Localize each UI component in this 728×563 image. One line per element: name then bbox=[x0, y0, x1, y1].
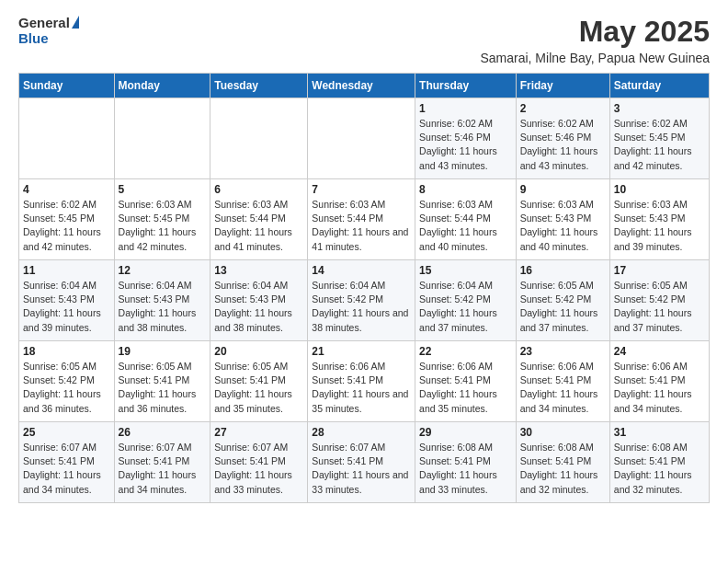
day-cell bbox=[210, 98, 308, 179]
day-cell: 19Sunrise: 6:05 AMSunset: 5:41 PMDayligh… bbox=[114, 341, 210, 422]
calendar-title: May 2025 bbox=[480, 15, 710, 49]
week-row-5: 25Sunrise: 6:07 AMSunset: 5:41 PMDayligh… bbox=[19, 422, 710, 503]
day-info: Sunrise: 6:04 AMSunset: 5:43 PMDaylight:… bbox=[23, 279, 110, 335]
day-info: Sunrise: 6:04 AMSunset: 5:43 PMDaylight:… bbox=[214, 279, 303, 335]
day-cell: 29Sunrise: 6:08 AMSunset: 5:41 PMDayligh… bbox=[415, 422, 517, 503]
logo: General Blue bbox=[18, 15, 79, 46]
day-number: 8 bbox=[419, 183, 512, 196]
day-cell: 22Sunrise: 6:06 AMSunset: 5:41 PMDayligh… bbox=[415, 341, 517, 422]
day-number: 3 bbox=[614, 102, 705, 115]
day-cell: 2Sunrise: 6:02 AMSunset: 5:46 PMDaylight… bbox=[516, 98, 609, 179]
day-number: 29 bbox=[419, 426, 512, 439]
day-number: 27 bbox=[214, 426, 303, 439]
day-cell: 7Sunrise: 6:03 AMSunset: 5:44 PMDaylight… bbox=[308, 179, 415, 260]
day-cell: 16Sunrise: 6:05 AMSunset: 5:42 PMDayligh… bbox=[516, 260, 609, 341]
logo-blue: Blue bbox=[18, 30, 49, 46]
day-info: Sunrise: 6:03 AMSunset: 5:44 PMDaylight:… bbox=[214, 198, 303, 254]
column-header-wednesday: Wednesday bbox=[308, 74, 415, 98]
logo-general: General bbox=[18, 15, 70, 30]
day-info: Sunrise: 6:04 AMSunset: 5:43 PMDaylight:… bbox=[119, 279, 207, 335]
column-header-saturday: Saturday bbox=[609, 74, 709, 98]
day-cell: 3Sunrise: 6:02 AMSunset: 5:45 PMDaylight… bbox=[609, 98, 709, 179]
day-info: Sunrise: 6:06 AMSunset: 5:41 PMDaylight:… bbox=[419, 360, 512, 416]
day-info: Sunrise: 6:03 AMSunset: 5:44 PMDaylight:… bbox=[312, 198, 411, 254]
day-number: 30 bbox=[520, 426, 606, 439]
day-number: 4 bbox=[23, 183, 110, 196]
calendar-table: SundayMondayTuesdayWednesdayThursdayFrid… bbox=[18, 73, 710, 503]
column-header-thursday: Thursday bbox=[415, 74, 517, 98]
column-header-tuesday: Tuesday bbox=[210, 74, 308, 98]
day-info: Sunrise: 6:08 AMSunset: 5:41 PMDaylight:… bbox=[419, 441, 512, 497]
day-number: 20 bbox=[214, 345, 303, 358]
day-info: Sunrise: 6:05 AMSunset: 5:42 PMDaylight:… bbox=[23, 360, 110, 416]
day-info: Sunrise: 6:02 AMSunset: 5:46 PMDaylight:… bbox=[419, 117, 512, 173]
day-number: 17 bbox=[614, 264, 705, 277]
day-info: Sunrise: 6:05 AMSunset: 5:42 PMDaylight:… bbox=[520, 279, 606, 335]
day-number: 11 bbox=[23, 264, 110, 277]
day-info: Sunrise: 6:05 AMSunset: 5:42 PMDaylight:… bbox=[614, 279, 705, 335]
day-cell: 18Sunrise: 6:05 AMSunset: 5:42 PMDayligh… bbox=[19, 341, 115, 422]
day-info: Sunrise: 6:05 AMSunset: 5:41 PMDaylight:… bbox=[119, 360, 207, 416]
day-cell: 17Sunrise: 6:05 AMSunset: 5:42 PMDayligh… bbox=[609, 260, 709, 341]
day-info: Sunrise: 6:06 AMSunset: 5:41 PMDaylight:… bbox=[520, 360, 606, 416]
day-number: 10 bbox=[614, 183, 705, 196]
day-cell: 27Sunrise: 6:07 AMSunset: 5:41 PMDayligh… bbox=[210, 422, 308, 503]
day-info: Sunrise: 6:05 AMSunset: 5:41 PMDaylight:… bbox=[214, 360, 303, 416]
day-cell: 20Sunrise: 6:05 AMSunset: 5:41 PMDayligh… bbox=[210, 341, 308, 422]
day-cell: 28Sunrise: 6:07 AMSunset: 5:41 PMDayligh… bbox=[308, 422, 415, 503]
column-header-sunday: Sunday bbox=[19, 74, 115, 98]
day-cell: 5Sunrise: 6:03 AMSunset: 5:45 PMDaylight… bbox=[114, 179, 210, 260]
page-header: General Blue May 2025 Samarai, Milne Bay… bbox=[18, 15, 710, 65]
day-number: 26 bbox=[119, 426, 207, 439]
calendar-subtitle: Samarai, Milne Bay, Papua New Guinea bbox=[480, 51, 710, 65]
day-cell bbox=[114, 98, 210, 179]
day-cell: 10Sunrise: 6:03 AMSunset: 5:43 PMDayligh… bbox=[609, 179, 709, 260]
day-number: 28 bbox=[312, 426, 411, 439]
week-row-3: 11Sunrise: 6:04 AMSunset: 5:43 PMDayligh… bbox=[19, 260, 710, 341]
day-cell: 4Sunrise: 6:02 AMSunset: 5:45 PMDaylight… bbox=[19, 179, 115, 260]
day-number: 16 bbox=[520, 264, 606, 277]
day-number: 7 bbox=[312, 183, 411, 196]
day-info: Sunrise: 6:03 AMSunset: 5:44 PMDaylight:… bbox=[419, 198, 512, 254]
day-cell: 11Sunrise: 6:04 AMSunset: 5:43 PMDayligh… bbox=[19, 260, 115, 341]
day-number: 22 bbox=[419, 345, 512, 358]
day-info: Sunrise: 6:07 AMSunset: 5:41 PMDaylight:… bbox=[119, 441, 207, 497]
day-cell: 24Sunrise: 6:06 AMSunset: 5:41 PMDayligh… bbox=[609, 341, 709, 422]
title-block: May 2025 Samarai, Milne Bay, Papua New G… bbox=[480, 15, 710, 65]
day-cell: 31Sunrise: 6:08 AMSunset: 5:41 PMDayligh… bbox=[609, 422, 709, 503]
day-cell: 8Sunrise: 6:03 AMSunset: 5:44 PMDaylight… bbox=[415, 179, 517, 260]
header-row: SundayMondayTuesdayWednesdayThursdayFrid… bbox=[19, 74, 710, 98]
week-row-4: 18Sunrise: 6:05 AMSunset: 5:42 PMDayligh… bbox=[19, 341, 710, 422]
day-number: 25 bbox=[23, 426, 110, 439]
day-cell: 26Sunrise: 6:07 AMSunset: 5:41 PMDayligh… bbox=[114, 422, 210, 503]
day-cell: 25Sunrise: 6:07 AMSunset: 5:41 PMDayligh… bbox=[19, 422, 115, 503]
day-info: Sunrise: 6:07 AMSunset: 5:41 PMDaylight:… bbox=[214, 441, 303, 497]
day-info: Sunrise: 6:02 AMSunset: 5:46 PMDaylight:… bbox=[520, 117, 606, 173]
day-info: Sunrise: 6:08 AMSunset: 5:41 PMDaylight:… bbox=[520, 441, 606, 497]
day-cell: 23Sunrise: 6:06 AMSunset: 5:41 PMDayligh… bbox=[516, 341, 609, 422]
week-row-2: 4Sunrise: 6:02 AMSunset: 5:45 PMDaylight… bbox=[19, 179, 710, 260]
day-number: 12 bbox=[119, 264, 207, 277]
day-number: 2 bbox=[520, 102, 606, 115]
day-cell: 14Sunrise: 6:04 AMSunset: 5:42 PMDayligh… bbox=[308, 260, 415, 341]
day-info: Sunrise: 6:06 AMSunset: 5:41 PMDaylight:… bbox=[312, 360, 411, 416]
day-info: Sunrise: 6:04 AMSunset: 5:42 PMDaylight:… bbox=[312, 279, 411, 335]
day-cell: 13Sunrise: 6:04 AMSunset: 5:43 PMDayligh… bbox=[210, 260, 308, 341]
day-info: Sunrise: 6:07 AMSunset: 5:41 PMDaylight:… bbox=[312, 441, 411, 497]
day-cell: 15Sunrise: 6:04 AMSunset: 5:42 PMDayligh… bbox=[415, 260, 517, 341]
day-number: 6 bbox=[214, 183, 303, 196]
day-number: 18 bbox=[23, 345, 110, 358]
day-number: 24 bbox=[614, 345, 705, 358]
day-cell bbox=[308, 98, 415, 179]
day-info: Sunrise: 6:08 AMSunset: 5:41 PMDaylight:… bbox=[614, 441, 705, 497]
day-info: Sunrise: 6:02 AMSunset: 5:45 PMDaylight:… bbox=[614, 117, 705, 173]
day-number: 21 bbox=[312, 345, 411, 358]
day-number: 5 bbox=[119, 183, 207, 196]
day-cell: 21Sunrise: 6:06 AMSunset: 5:41 PMDayligh… bbox=[308, 341, 415, 422]
day-cell: 12Sunrise: 6:04 AMSunset: 5:43 PMDayligh… bbox=[114, 260, 210, 341]
day-cell: 30Sunrise: 6:08 AMSunset: 5:41 PMDayligh… bbox=[516, 422, 609, 503]
day-cell bbox=[19, 98, 115, 179]
day-number: 15 bbox=[419, 264, 512, 277]
logo-triangle-icon bbox=[72, 16, 79, 29]
day-info: Sunrise: 6:03 AMSunset: 5:43 PMDaylight:… bbox=[520, 198, 606, 254]
